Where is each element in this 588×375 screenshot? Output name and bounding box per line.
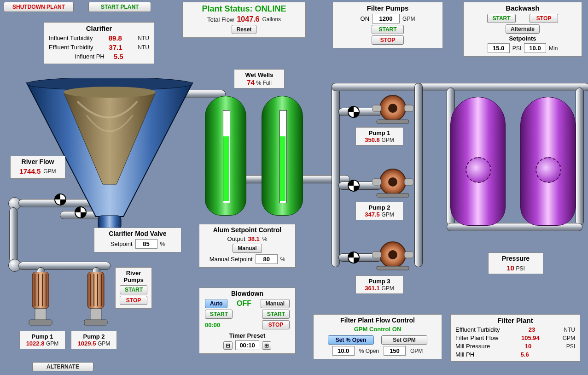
plant-status-panel: Plant Status: ONLINE Total Flow 1047.6 G…: [182, 2, 306, 38]
fp-r2-unit: PSI: [566, 343, 575, 350]
svg-rect-7: [377, 120, 409, 123]
river-flow-value: 1744.5: [19, 167, 41, 175]
backwash-psi-input[interactable]: [488, 43, 510, 53]
valve-icon: [348, 180, 360, 192]
filter-pump-1-icon: [372, 92, 413, 124]
river-pump-2-panel: Pump 2 1029.5 GPM: [71, 331, 117, 349]
blowdown-start-right[interactable]: START: [262, 310, 290, 319]
pump3-label: Pump 3: [359, 278, 400, 285]
clarifier-panel: Clarifier Influent Turbidity89.8NTU Effl…: [44, 22, 154, 64]
pump2-value: 347.5: [365, 211, 380, 218]
river-pumps-start[interactable]: START: [120, 285, 147, 294]
fp-stop-button[interactable]: STOP: [372, 35, 404, 45]
backwash-alternate[interactable]: Alternate: [506, 24, 540, 34]
wet-wells-panel: Wet Wells 74 % Full: [234, 69, 285, 88]
svg-point-4: [388, 104, 397, 113]
total-flow-unit: Gallons: [262, 16, 281, 23]
svg-rect-6: [404, 105, 413, 111]
fp-start-button[interactable]: START: [372, 25, 404, 34]
svg-point-9: [388, 177, 397, 187]
fc-set-gpm[interactable]: Set GPM: [381, 335, 427, 345]
river-flow-unit: GPM: [43, 168, 56, 175]
svg-rect-31: [84, 320, 107, 325]
blowdown-manual-button[interactable]: Manual: [261, 299, 290, 308]
wet-wells-value: 74: [247, 78, 255, 86]
blowdown-state: OFF: [237, 299, 251, 308]
pump3-unit: GPM: [381, 285, 394, 292]
fp-r1-value: 105.94: [521, 334, 540, 341]
cmv-sp-input[interactable]: [135, 239, 157, 249]
fp-r0-unit: NTU: [564, 327, 575, 333]
clarifier-r2-value: 5.5: [114, 53, 123, 60]
valve-icon: [348, 252, 360, 264]
blowdown-timer: 00:00: [205, 322, 220, 328]
blowdown-panel: Blowdown Auto OFF Manual START START 00:…: [199, 287, 296, 354]
reset-button[interactable]: Reset: [232, 25, 257, 34]
total-flow-value: 1047.6: [237, 15, 259, 23]
blowdown-auto-button[interactable]: Auto: [205, 299, 227, 308]
filter-plant-title: Filter Plant: [454, 316, 577, 324]
cmv-unit: %: [160, 241, 165, 247]
start-plant-button[interactable]: START PLANT: [88, 2, 151, 12]
filter-vessel-2: [520, 97, 576, 226]
timer-inc-button[interactable]: ⊞: [262, 341, 271, 350]
backwash-min-input[interactable]: [524, 43, 546, 53]
blowdown-preset-label: Timer Preset: [202, 332, 292, 339]
svg-rect-15: [372, 252, 381, 258]
porthole-icon: [536, 157, 561, 183]
river-flow-panel: River Flow 1744.5GPM: [10, 156, 65, 179]
alum-title: Alum Setpoint Control: [202, 226, 292, 234]
fp-on-input[interactable]: [372, 14, 400, 23]
fc-open-unit: % Open: [359, 348, 379, 354]
clarifier-r0-value: 89.8: [109, 34, 122, 42]
river-pump-2-label: Pump 2: [74, 333, 114, 340]
pipe: [576, 88, 584, 226]
fp-r2-value: 10: [525, 343, 531, 350]
wet-well-tank-2: [262, 96, 303, 216]
svg-rect-24: [29, 320, 52, 325]
fc-open-input[interactable]: [332, 346, 355, 356]
fp-r2-label: Mill Pressure: [455, 343, 490, 350]
svg-rect-5: [372, 105, 381, 111]
fc-set-open[interactable]: Set % Open: [328, 335, 374, 345]
wet-well-tank-1: [205, 96, 246, 216]
fc-title: Filter Plant Flow Control: [316, 316, 439, 324]
river-pumps-stop[interactable]: STOP: [120, 296, 147, 305]
clarifier-r1-label: Effluent Turbidity: [49, 44, 93, 51]
wet-wells-unit: % Full: [256, 80, 271, 86]
river-pump-1-label: Pump 1: [23, 333, 62, 340]
svg-point-14: [388, 250, 397, 259]
fc-gpm-input[interactable]: [384, 346, 406, 356]
svg-rect-23: [35, 309, 46, 320]
pipe: [414, 83, 423, 267]
river-pumps-title: River Pumps: [118, 270, 149, 283]
fc-gpm-unit: GPM: [410, 348, 423, 354]
river-pump-1-unit: GPM: [46, 340, 58, 347]
pipe: [9, 207, 17, 263]
blowdown-preset-input[interactable]: [235, 340, 259, 350]
pressure-unit: PSI: [516, 265, 524, 272]
fp-r1-label: Filter Plant Flow: [455, 334, 498, 341]
filter-pump-3-icon: [372, 239, 413, 271]
clarifier-mod-valve-panel: Clarifier Mod Valve Setpoint %: [94, 228, 181, 252]
blowdown-stop[interactable]: STOP: [262, 320, 290, 329]
alternate-button[interactable]: ALTERNATE: [32, 362, 93, 371]
alum-manual-button[interactable]: Manual: [233, 244, 262, 253]
timer-dec-button[interactable]: ⊟: [223, 341, 233, 350]
blowdown-start-left[interactable]: START: [205, 310, 233, 319]
fp-r3-label: Mill PH: [455, 351, 474, 358]
backwash-title: Backwash: [466, 4, 579, 12]
svg-rect-16: [404, 252, 413, 258]
shutdown-plant-button[interactable]: SHUTDOWN PLANT: [4, 2, 74, 12]
pump2-unit: GPM: [381, 211, 394, 218]
fp-r3-value: 5.6: [521, 351, 529, 358]
backwash-panel: Backwash START STOP Alternate Setpoints …: [463, 2, 582, 57]
clarifier-title: Clarifier: [47, 24, 151, 32]
pump1-panel: Pump 1 350.8 GPM: [355, 127, 403, 146]
clarifier-r1-unit: NTU: [138, 44, 149, 51]
alum-msp-input[interactable]: [256, 254, 278, 264]
backwash-start[interactable]: START: [487, 14, 516, 23]
svg-rect-12: [377, 193, 409, 197]
backwash-stop[interactable]: STOP: [530, 14, 558, 23]
flow-control-panel: Filter Plant Flow Control GPM Control ON…: [313, 314, 442, 359]
